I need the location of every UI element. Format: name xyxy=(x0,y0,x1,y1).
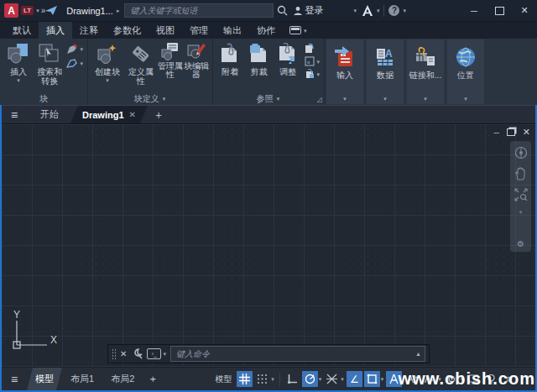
layout-tab-layout1[interactable]: 布局1 xyxy=(62,368,102,390)
lt-badge: LT xyxy=(21,6,34,15)
tab-view[interactable]: 视图 xyxy=(149,22,182,39)
search-convert-button[interactable]: 搜索和转换 xyxy=(34,39,65,86)
adjust-button[interactable]: 调整 xyxy=(274,39,303,76)
user-icon[interactable] xyxy=(293,6,303,16)
isometric-drafting-toggle[interactable]: ∠ xyxy=(347,371,362,387)
command-input-field[interactable]: ▲ xyxy=(170,346,425,362)
snap-grid-icon xyxy=(257,374,268,384)
panel-block: 插入 ▾ 搜索和转换 ▾ ▾ xyxy=(0,39,88,105)
panel-reference-title[interactable]: 参照 ▼ ◿ xyxy=(213,92,324,105)
window-border-left xyxy=(0,105,2,392)
chevron-right-icon[interactable]: ▸ xyxy=(117,8,120,13)
dialog-launcher-icon[interactable]: ◿ xyxy=(317,96,322,103)
customize-wrench-icon[interactable] xyxy=(131,348,143,359)
file-tab-start[interactable]: 开始 xyxy=(29,106,70,123)
drawing-restore-button[interactable] xyxy=(507,128,515,136)
clip-button[interactable]: 剪裁 xyxy=(245,39,274,76)
panel-import-collapsed[interactable]: 输入 ▼ xyxy=(326,39,363,104)
chevron-down-icon: ▼ xyxy=(342,97,347,102)
drawing-canvas[interactable]: ─ ✕ ▾ ⚙ Y X xyxy=(2,124,535,367)
tab-output[interactable]: 输出 xyxy=(216,22,249,39)
app-logo-icon: A xyxy=(8,5,15,17)
panel-linking-collapsed[interactable]: 链接和... ▼ xyxy=(407,39,444,104)
frame-setting-button[interactable]: a ▾ xyxy=(305,56,321,66)
chevron-down-icon[interactable]: ▾ xyxy=(319,376,322,383)
object-snap-tracking-toggle[interactable] xyxy=(324,371,340,387)
panel-data-collapsed[interactable]: A 数据 ▼ xyxy=(367,39,404,104)
polar-tracking-toggle[interactable] xyxy=(302,371,318,387)
navbar-settings-gear-icon[interactable]: ⚙ xyxy=(517,239,524,248)
snap-to-underlay-button[interactable]: ▾ xyxy=(305,69,321,79)
grid-toggle[interactable] xyxy=(237,371,253,387)
manage-attributes-button[interactable]: 管理属性 xyxy=(158,39,183,79)
angle-icon: ∠ xyxy=(350,374,359,385)
tab-insert[interactable]: 插入 xyxy=(39,22,72,39)
command-history-expand-icon[interactable]: ▲ xyxy=(415,351,421,357)
layout-tab-layout2[interactable]: 布局2 xyxy=(102,368,143,390)
autocad-lt-window: A LT ▾ » Drawing1... ▸ 登录 ▾ ▾ ? ▾ ─ ✕ xyxy=(0,0,537,392)
attribute-display-button[interactable]: ▾ xyxy=(66,44,83,55)
search-icon[interactable] xyxy=(277,5,288,16)
search-input[interactable] xyxy=(128,5,269,16)
help-icon[interactable]: ? xyxy=(388,5,399,16)
panel-location-collapsed[interactable]: 位置 ▼ xyxy=(447,39,484,104)
pan-hand-icon[interactable] xyxy=(514,167,527,180)
snap-mode-toggle[interactable] xyxy=(254,371,270,387)
command-line-drag-grip[interactable] xyxy=(112,348,116,360)
panel-block-definition-title[interactable]: 块定义 ▼ xyxy=(88,92,212,105)
close-button[interactable]: ✕ xyxy=(512,0,537,22)
tab-collaborate[interactable]: 协作 xyxy=(249,22,283,39)
ribbon-display-toggle[interactable]: ▾ xyxy=(289,22,307,39)
model-space-toggle[interactable]: 模型 xyxy=(211,371,235,387)
ortho-toggle[interactable] xyxy=(284,371,300,387)
define-attributes-button[interactable]: 定义属性 xyxy=(124,39,158,86)
block-editor-button[interactable]: 块编辑器 xyxy=(183,39,210,79)
command-line-close-icon[interactable]: ✕ xyxy=(120,349,127,358)
drawing-minimize-button[interactable]: ─ xyxy=(493,128,498,137)
chevron-down-icon[interactable]: ▾ xyxy=(377,8,380,13)
layout-menu-button[interactable]: ≡ xyxy=(2,373,27,386)
attach-button[interactable]: 附着 xyxy=(216,39,245,76)
hamburger-icon: ≡ xyxy=(11,373,18,386)
signin-label[interactable]: 登录 xyxy=(305,4,323,17)
file-tabs-menu-button[interactable]: ≡ xyxy=(0,106,29,123)
chevron-down-icon: ▾ xyxy=(304,28,307,34)
chevron-down-icon[interactable]: ▾ xyxy=(381,376,384,383)
chevron-down-icon[interactable]: ▾ xyxy=(271,376,274,383)
new-drawing-tab-button[interactable]: ＋ xyxy=(148,106,169,123)
maximize-button[interactable] xyxy=(487,0,512,22)
recent-commands-button[interactable]: ›_ ▾ xyxy=(147,348,166,359)
zoom-extents-icon[interactable] xyxy=(514,188,528,201)
tab-default[interactable]: 默认 xyxy=(5,22,39,39)
chevron-down-icon[interactable]: ▾ xyxy=(403,8,406,13)
chevron-down-icon[interactable]: ▾ xyxy=(519,209,523,215)
panel-block-title[interactable]: 块 xyxy=(0,92,87,105)
close-tab-icon[interactable]: ✕ xyxy=(129,110,136,119)
file-tab-drawing1[interactable]: Drawing1 ✕ xyxy=(70,106,148,123)
command-input[interactable] xyxy=(175,348,415,359)
minimize-button[interactable]: ─ xyxy=(461,0,487,22)
insert-block-button[interactable]: 插入 ▾ xyxy=(3,39,34,83)
chevron-down-icon[interactable]: ▾ xyxy=(36,8,39,13)
tab-parametric[interactable]: 参数化 xyxy=(106,22,149,39)
chevron-down-icon[interactable]: ▾ xyxy=(341,376,344,383)
frame-icon: a xyxy=(305,56,315,66)
tab-annotate[interactable]: 注释 xyxy=(72,22,106,39)
new-layout-button[interactable]: ＋ xyxy=(143,372,163,386)
search-box[interactable] xyxy=(124,3,274,18)
app-store-icon[interactable] xyxy=(362,5,373,16)
navigation-wheel-icon[interactable] xyxy=(514,146,528,159)
chevron-down-icon: ▼ xyxy=(423,97,428,102)
create-block-button[interactable]: 创建块 ▾ xyxy=(91,39,124,83)
underlay-layers-button[interactable] xyxy=(305,44,321,54)
attribute-visibility-button[interactable]: ▾ xyxy=(66,58,83,69)
quick-access-expand-icon[interactable]: » xyxy=(41,6,44,15)
share-icon[interactable] xyxy=(45,6,58,16)
chevron-down-icon[interactable]: ▾ xyxy=(353,8,357,13)
object-snap-toggle[interactable] xyxy=(364,371,380,387)
layout-tab-model[interactable]: 模型 xyxy=(27,368,62,390)
drawing-close-button[interactable]: ✕ xyxy=(523,127,530,138)
app-menu-button[interactable]: A xyxy=(4,3,18,18)
tab-manage[interactable]: 管理 xyxy=(182,22,216,39)
ucs-y-label: Y xyxy=(13,309,20,321)
